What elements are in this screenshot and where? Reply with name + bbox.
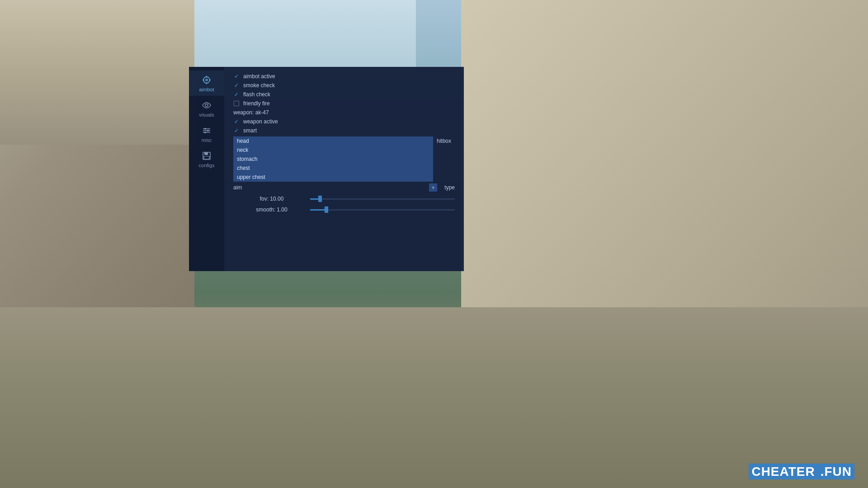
sidebar-item-misc[interactable]: misc	[189, 121, 224, 146]
smooth-track	[310, 209, 455, 211]
empty-checkbox	[234, 101, 239, 106]
fov-slider[interactable]	[310, 195, 455, 202]
watermark-main: CHEATER	[749, 464, 817, 479]
weapon-label: weapon: ak-47	[233, 109, 455, 116]
hitbox-label: hitbox	[433, 136, 455, 145]
sidebar-item-aimbot[interactable]: aimbot	[189, 70, 224, 96]
sliders-icon	[202, 126, 212, 136]
sidebar-visuals-label: visuals	[199, 112, 214, 117]
eye-icon	[202, 100, 212, 110]
sidebar-configs-label: configs	[199, 163, 215, 168]
fov-track	[310, 198, 455, 200]
aim-dropdown[interactable]: ▼	[429, 183, 437, 192]
svg-rect-15	[204, 156, 209, 159]
flash-check-checkbox[interactable]: ✓	[233, 91, 240, 98]
friendly-fire-label: friendly fire	[243, 100, 270, 107]
flash-check-row[interactable]: ✓ flash check	[233, 91, 455, 98]
smoke-check-label: smoke check	[243, 82, 275, 89]
smoke-check-row[interactable]: ✓ smoke check	[233, 82, 455, 89]
aim-label: aim	[233, 184, 247, 191]
bg-sky	[194, 0, 416, 72]
smart-label: smart	[243, 127, 257, 134]
watermark: CHEATER.FUN	[748, 465, 854, 479]
fov-slider-row: fov: 10.00	[233, 195, 455, 202]
sidebar-aimbot-label: aimbot	[199, 87, 214, 92]
smart-checkbox[interactable]: ✓	[233, 127, 240, 134]
svg-point-12	[204, 131, 206, 133]
save-icon	[202, 151, 212, 161]
hitbox-neck[interactable]: neck	[233, 145, 433, 155]
smooth-slider[interactable]	[310, 206, 455, 213]
weapon-active-label: weapon active	[243, 118, 278, 125]
hitbox-list: head neck stomach chest upper chest	[233, 136, 433, 182]
aimbot-active-row[interactable]: ✓ aimbot active	[233, 73, 455, 80]
hitbox-upper-chest[interactable]: upper chest	[233, 173, 433, 182]
smart-row[interactable]: ✓ smart	[233, 127, 455, 134]
friendly-fire-row[interactable]: friendly fire	[233, 100, 455, 107]
smooth-fill	[310, 209, 325, 211]
smooth-thumb[interactable]	[325, 206, 328, 213]
flash-check-label: flash check	[243, 91, 270, 98]
svg-point-0	[203, 77, 210, 83]
smooth-label: smooth: 1.00	[233, 206, 310, 213]
main-panel: aimbot visuals	[189, 67, 464, 271]
svg-rect-14	[204, 152, 208, 155]
hitbox-stomach[interactable]: stomach	[233, 155, 433, 164]
aimbot-active-label: aimbot active	[243, 73, 275, 80]
hitbox-section: head neck stomach chest upper chest hitb…	[233, 136, 455, 182]
smooth-slider-row: smooth: 1.00	[233, 206, 455, 213]
aim-type-row: aim ▼ type	[233, 183, 455, 192]
hitbox-chest[interactable]: chest	[233, 164, 433, 173]
weapon-active-checkbox[interactable]: ✓	[233, 118, 240, 125]
svg-point-10	[204, 128, 206, 130]
bg-ground	[0, 307, 868, 488]
svg-point-1	[206, 79, 208, 81]
smoke-check-checkbox[interactable]: ✓	[233, 82, 240, 89]
hitbox-head[interactable]: head	[233, 136, 433, 145]
friendly-fire-checkbox[interactable]	[233, 100, 240, 107]
weapon-active-row[interactable]: ✓ weapon active	[233, 118, 455, 125]
sidebar: aimbot visuals	[189, 67, 224, 271]
sidebar-item-visuals[interactable]: visuals	[189, 96, 224, 121]
aimbot-active-checkbox[interactable]: ✓	[233, 73, 240, 80]
fov-fill	[310, 198, 318, 200]
fov-thumb[interactable]	[318, 196, 322, 202]
watermark-accent: .FUN	[818, 464, 854, 479]
svg-point-11	[207, 130, 209, 131]
sidebar-misc-label: misc	[202, 137, 212, 143]
sidebar-item-configs[interactable]: configs	[189, 146, 224, 172]
crosshair-icon	[202, 75, 212, 85]
type-label: type	[444, 184, 455, 191]
fov-label: fov: 10.00	[233, 196, 310, 202]
aimbot-content: ✓ aimbot active ✓ smoke check ✓ flash ch…	[224, 67, 464, 271]
svg-point-6	[205, 104, 208, 107]
